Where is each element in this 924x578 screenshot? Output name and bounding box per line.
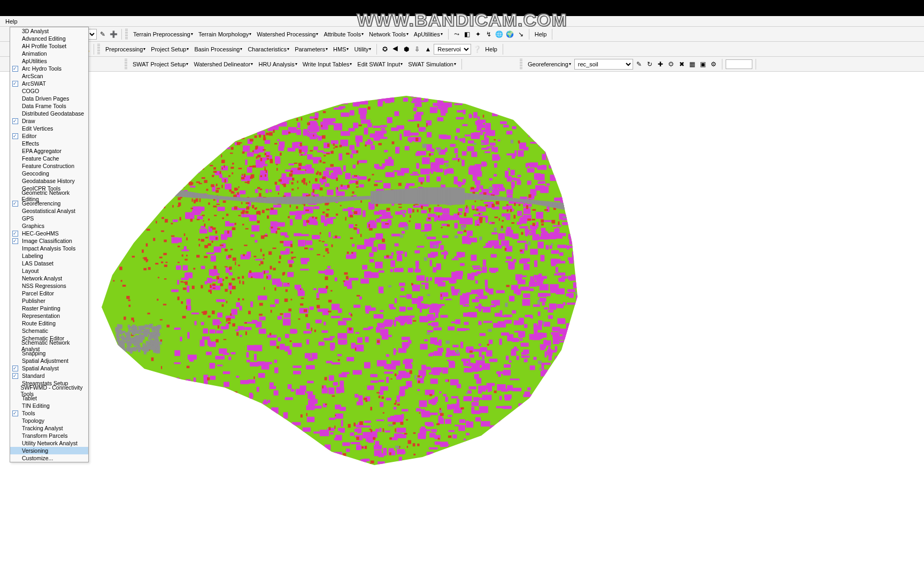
trace-icon[interactable]: ↯ xyxy=(484,30,493,39)
editor-toolbar-icon[interactable]: ✎ xyxy=(98,30,107,39)
attribute-tools-menu[interactable]: Attribute Tools▾ xyxy=(321,31,366,37)
toolbar-list-item[interactable]: Spatial Adjustment xyxy=(10,357,88,364)
toolbar-list-item[interactable]: Transform Parcels xyxy=(10,432,88,439)
import-basin-icon[interactable]: ⇩ xyxy=(413,45,421,54)
toolbar-list-item[interactable]: COGO xyxy=(10,87,88,95)
menu-help[interactable]: Help xyxy=(2,17,21,26)
toolbar-list-item[interactable]: Geostatistical Analyst xyxy=(10,207,88,215)
hru-analysis-menu[interactable]: HRU Analysis▾ xyxy=(256,61,299,67)
toolbar-list-item[interactable]: ✓Spatial Analyst xyxy=(10,364,88,372)
toolbar-list-item[interactable]: Edit Vertices xyxy=(10,125,88,132)
toolbar-list-item[interactable]: ArcScan xyxy=(10,72,88,80)
preprocessing-menu[interactable]: Preprocessing▾ xyxy=(103,46,148,52)
edit-swat-menu[interactable]: Edit SWAT Input▾ xyxy=(355,61,405,67)
toolbar-list-item[interactable]: Labeling xyxy=(10,252,88,260)
toolbar-list-item[interactable]: ✓Tools xyxy=(10,409,88,417)
georef-view-icon[interactable]: ▣ xyxy=(699,60,707,69)
toolbar-list-item[interactable]: Feature Construction xyxy=(10,162,88,170)
assign-id-icon[interactable]: 🌐 xyxy=(495,30,504,39)
toolbar-list-item[interactable]: Data Frame Tools xyxy=(10,102,88,110)
toolbar-list-item[interactable]: Feature Cache xyxy=(10,155,88,162)
toolbar-list-item[interactable]: 3D Analyst xyxy=(10,27,88,35)
checkbox-icon[interactable]: ✓ xyxy=(12,410,18,416)
toolbar-list-item[interactable]: Animation xyxy=(10,50,88,57)
toolbar-list-item[interactable]: Parcel Editor xyxy=(10,290,88,297)
georef-auto-icon[interactable]: ⯐ xyxy=(667,60,675,69)
swat-project-setup-menu[interactable]: SWAT Project Setup▾ xyxy=(130,61,190,67)
toolbar-list-item[interactable]: Distributed Geodatabase xyxy=(10,110,88,117)
georef-menu[interactable]: Georeferencing▾ xyxy=(526,61,573,67)
rotation-input[interactable] xyxy=(726,59,752,69)
toolbar-list-item[interactable]: Data Driven Pages xyxy=(10,95,88,102)
toolbar-list-item[interactable]: Geodatabase History xyxy=(10,177,88,185)
toolbar-list-item[interactable]: GPS xyxy=(10,215,88,222)
georef-update-icon[interactable]: ✎ xyxy=(635,60,643,69)
toolbar-list-item[interactable]: Impact Analysis Tools xyxy=(10,245,88,252)
checkbox-icon[interactable]: ✓ xyxy=(12,231,18,237)
map-viewport[interactable] xyxy=(11,72,924,578)
flow-arrow-icon[interactable]: ↘ xyxy=(517,30,525,39)
identify-basin-icon[interactable]: ⬢ xyxy=(402,45,411,54)
add-data-icon[interactable]: ➕ xyxy=(109,30,118,39)
point-delin-icon[interactable]: ◧ xyxy=(463,30,472,39)
add-project-point-icon[interactable]: ✪ xyxy=(381,45,389,54)
checkbox-icon[interactable]: ✓ xyxy=(12,366,18,371)
toolbar-list-item[interactable]: Representation xyxy=(10,312,88,320)
basin-proc-menu[interactable]: Basin Processing▾ xyxy=(192,46,244,52)
toolbar-list-item[interactable]: Layout xyxy=(10,267,88,275)
checkbox-icon[interactable]: ✓ xyxy=(12,238,18,244)
checkbox-icon[interactable]: ✓ xyxy=(12,118,18,124)
georef-table-icon[interactable]: ▦ xyxy=(688,60,697,69)
toolbar-list-item[interactable]: Advanced Editing xyxy=(10,35,88,42)
characteristics-menu[interactable]: Characteristics▾ xyxy=(245,46,291,52)
toolbar-list-item[interactable]: ✓Image Classification xyxy=(10,237,88,245)
reservoir-icon[interactable]: ▲ xyxy=(424,45,432,54)
toolbar-list-item[interactable]: EPA Aggregator xyxy=(10,147,88,155)
toolbar-list-item[interactable]: SWFWMD - Connectivity Tools xyxy=(10,387,88,394)
toolbar-list-item[interactable]: Customize... xyxy=(10,454,88,462)
toolbar-list-item[interactable]: NSS Regressions xyxy=(10,282,88,290)
toolbar-list-item[interactable]: ✓Arc Hydro Tools xyxy=(10,65,88,72)
georef-rotate-icon[interactable]: ↻ xyxy=(645,60,654,69)
hms-menu[interactable]: HMS▾ xyxy=(331,46,351,52)
toolbar-list-item[interactable]: Publisher xyxy=(10,297,88,305)
toolbar-list-item[interactable]: Graphics xyxy=(10,222,88,230)
toolbar-list-item[interactable]: LAS Dataset xyxy=(10,260,88,267)
checkbox-icon[interactable]: ✓ xyxy=(12,81,18,87)
reservoir-combo[interactable]: Reservoir xyxy=(434,44,471,55)
terrain-prep-menu[interactable]: Terrain Preprocessing▾ xyxy=(131,31,195,37)
toolbar-list-item[interactable]: TIN Editing xyxy=(10,402,88,409)
toolbar-list-item[interactable]: Topology xyxy=(10,417,88,424)
utility-menu[interactable]: Utility▾ xyxy=(352,46,373,52)
checkbox-icon[interactable]: ✓ xyxy=(12,373,18,379)
write-input-menu[interactable]: Write Input Tables▾ xyxy=(301,61,355,67)
toolbar-list-item[interactable]: Versioning xyxy=(10,447,88,454)
toolbar-list-item[interactable]: ✓Draw xyxy=(10,117,88,125)
georef-control-points-icon[interactable]: ✚ xyxy=(656,60,665,69)
toolbar-list-item[interactable]: ✓HEC-GeoHMS xyxy=(10,230,88,237)
georef-delete-icon[interactable]: ✖ xyxy=(677,60,686,69)
ap-utilities-menu[interactable]: ApUtilities▾ xyxy=(412,31,445,37)
toolbar-list-item[interactable]: AH Profile Toolset xyxy=(10,42,88,50)
parameters-menu[interactable]: Parameters▾ xyxy=(292,46,330,52)
toolbar-list-item[interactable]: ✓Editor xyxy=(10,132,88,140)
toggle-features-icon[interactable]: ⯇ xyxy=(391,45,400,54)
georef-layer-combo[interactable]: rec_soil xyxy=(574,59,633,70)
toolbar-list-item[interactable]: Geometric Network Editing xyxy=(10,192,88,200)
checkbox-icon[interactable]: ✓ xyxy=(12,133,18,139)
project-setup-menu[interactable]: Project Setup▾ xyxy=(149,46,191,52)
global-id-icon[interactable]: 🌍 xyxy=(506,30,514,39)
swat-sim-menu[interactable]: SWAT Simulation▾ xyxy=(406,61,458,67)
toolbar-list-item[interactable]: ApUtilities xyxy=(10,57,88,65)
terrain-morph-menu[interactable]: Terrain Morphology▾ xyxy=(196,31,253,37)
georef-options-icon[interactable]: ⚙ xyxy=(710,60,718,69)
help-menu-1[interactable]: Help xyxy=(533,31,549,37)
toolbar-list-item[interactable]: Geocoding xyxy=(10,170,88,177)
toolbar-list-item[interactable]: Schematic Network Analyst xyxy=(10,342,88,349)
toolbar-list-item[interactable]: Network Analyst xyxy=(10,275,88,282)
help-menu-2[interactable]: Help xyxy=(483,46,499,52)
help-icon[interactable]: ❔ xyxy=(473,45,481,54)
watershed-delin-menu[interactable]: Watershed Delineator▾ xyxy=(191,61,255,67)
toolbar-list-item[interactable]: ✓ArcSWAT xyxy=(10,80,88,87)
checkbox-icon[interactable]: ✓ xyxy=(12,66,18,72)
